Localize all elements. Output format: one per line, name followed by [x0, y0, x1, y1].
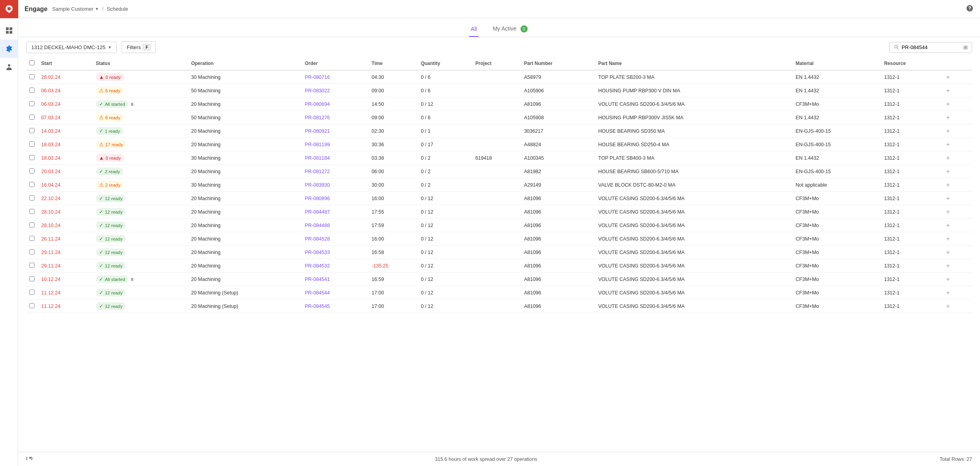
add-button[interactable]: +	[944, 275, 952, 283]
row-order[interactable]: PR-084532	[301, 259, 368, 273]
row-checkbox[interactable]	[29, 209, 34, 214]
row-order[interactable]: PR-084544	[301, 286, 368, 300]
row-checkbox[interactable]	[29, 115, 34, 120]
row-order[interactable]: PR-081276	[301, 111, 368, 124]
tab-all[interactable]: All	[469, 22, 479, 37]
row-order[interactable]: PR-083022	[301, 84, 368, 97]
gear-icon[interactable]	[26, 455, 32, 463]
row-add[interactable]: +	[940, 232, 972, 246]
row-add[interactable]: +	[940, 219, 972, 232]
order-link[interactable]: PR-083022	[305, 88, 330, 94]
order-link[interactable]: PR-081199	[305, 142, 330, 147]
order-link[interactable]: PR-080694	[305, 101, 330, 107]
schedule-table-container[interactable]: Start Status Operation Order Time Quanti…	[18, 57, 980, 452]
sidebar-item-settings[interactable]	[0, 40, 18, 58]
row-order[interactable]: PR-081272	[301, 165, 368, 178]
row-add[interactable]: +	[940, 192, 972, 205]
row-order[interactable]: PR-084528	[301, 232, 368, 246]
row-checkbox[interactable]	[29, 88, 34, 93]
row-checkbox[interactable]	[29, 290, 34, 295]
row-add[interactable]: +	[940, 259, 972, 273]
order-link[interactable]: PR-084488	[305, 223, 330, 228]
row-checkbox[interactable]	[29, 74, 34, 79]
row-add[interactable]: +	[940, 246, 972, 259]
select-all-checkbox[interactable]	[29, 60, 34, 65]
add-button[interactable]: +	[944, 86, 952, 95]
row-order[interactable]: PR-080921	[301, 124, 368, 138]
row-add[interactable]: +	[940, 273, 972, 286]
row-checkbox[interactable]	[29, 182, 34, 187]
row-add[interactable]: +	[940, 178, 972, 192]
add-button[interactable]: +	[944, 127, 952, 135]
add-button[interactable]: +	[944, 302, 952, 310]
search-input[interactable]	[902, 44, 961, 50]
add-button[interactable]: +	[944, 221, 952, 229]
filter-button[interactable]: Filters F	[122, 41, 156, 53]
row-order[interactable]: PR-080716	[301, 70, 368, 84]
app-logo[interactable]	[0, 0, 18, 18]
row-checkbox[interactable]	[29, 236, 34, 241]
row-order[interactable]: PR-084541	[301, 273, 368, 286]
row-add[interactable]: +	[940, 151, 972, 165]
row-checkbox[interactable]	[29, 249, 34, 254]
add-button[interactable]: +	[944, 140, 952, 149]
row-order[interactable]: PR-080896	[301, 192, 368, 205]
order-link[interactable]: PR-083930	[305, 182, 330, 188]
order-link[interactable]: PR-084528	[305, 236, 330, 242]
row-checkbox[interactable]	[29, 101, 34, 106]
add-button[interactable]: +	[944, 235, 952, 243]
add-button[interactable]: +	[944, 194, 952, 202]
row-add[interactable]: +	[940, 286, 972, 300]
row-add[interactable]: +	[940, 97, 972, 111]
row-add[interactable]: +	[940, 205, 972, 219]
add-button[interactable]: +	[944, 248, 952, 256]
row-checkbox[interactable]	[29, 128, 34, 133]
order-link[interactable]: PR-080921	[305, 128, 330, 134]
row-checkbox[interactable]	[29, 276, 34, 281]
help-button[interactable]	[966, 4, 974, 13]
row-order[interactable]: PR-084487	[301, 205, 368, 219]
order-link[interactable]: PR-084544	[305, 290, 330, 296]
row-checkbox[interactable]	[29, 303, 34, 308]
sidebar-item-apps[interactable]	[0, 21, 18, 40]
row-add[interactable]: +	[940, 111, 972, 124]
search-box[interactable]: ⊞	[889, 42, 972, 53]
row-order[interactable]: PR-084545	[301, 300, 368, 313]
add-button[interactable]: +	[944, 208, 952, 216]
row-add[interactable]: +	[940, 138, 972, 151]
add-button[interactable]: +	[944, 113, 952, 122]
row-checkbox[interactable]	[29, 155, 34, 160]
order-link[interactable]: PR-081272	[305, 169, 330, 174]
row-add[interactable]: +	[940, 124, 972, 138]
row-add[interactable]: +	[940, 165, 972, 178]
order-link[interactable]: PR-084545	[305, 304, 330, 309]
add-button[interactable]: +	[944, 181, 952, 189]
row-order[interactable]: PR-084488	[301, 219, 368, 232]
add-button[interactable]: +	[944, 73, 952, 81]
add-button[interactable]: +	[944, 288, 952, 297]
order-link[interactable]: PR-084541	[305, 277, 330, 282]
add-button[interactable]: +	[944, 167, 952, 176]
row-add[interactable]: +	[940, 300, 972, 313]
order-link[interactable]: PR-084487	[305, 209, 330, 215]
row-checkbox[interactable]	[29, 141, 34, 147]
row-order[interactable]: PR-084533	[301, 246, 368, 259]
order-link[interactable]: PR-081276	[305, 115, 330, 120]
machine-dropdown[interactable]: 1312 DECKEL-MAHO DMC-125 ▼	[26, 42, 117, 53]
order-link[interactable]: PR-080716	[305, 74, 330, 80]
add-button[interactable]: +	[944, 154, 952, 162]
row-order[interactable]: PR-081199	[301, 138, 368, 151]
row-checkbox[interactable]	[29, 222, 34, 227]
customer-selector[interactable]: Sample Customer ▼	[52, 6, 99, 12]
qr-icon[interactable]: ⊞	[963, 44, 968, 50]
order-link[interactable]: PR-080896	[305, 196, 330, 201]
row-checkbox[interactable]	[29, 168, 34, 174]
row-checkbox[interactable]	[29, 263, 34, 268]
row-order[interactable]: PR-083930	[301, 178, 368, 192]
row-order[interactable]: PR-080694	[301, 97, 368, 111]
row-checkbox[interactable]	[29, 195, 34, 201]
tab-my-active[interactable]: My Active 0	[491, 21, 529, 37]
order-link[interactable]: PR-084532	[305, 263, 330, 269]
order-link[interactable]: PR-084533	[305, 250, 330, 255]
row-add[interactable]: +	[940, 84, 972, 97]
